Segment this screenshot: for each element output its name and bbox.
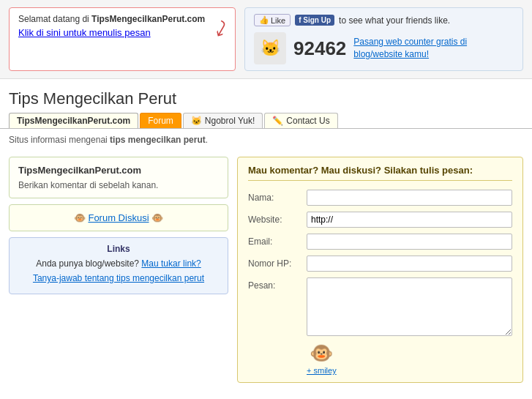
fb-like-button[interactable]: 👍 Like <box>254 14 291 26</box>
info-box-desc: Berikan komentar di sebelah kanan. <box>18 180 219 190</box>
counter-number: 92462 <box>293 37 346 60</box>
counter-cat-icon: 🐱 <box>254 32 286 64</box>
info-box: TipsMengecilkanPerut.com Berikan komenta… <box>9 157 228 198</box>
top-right-box: 👍 Like f Sign Up to see what your friend… <box>244 7 523 71</box>
tab-contact[interactable]: ✏️ Contact Us <box>264 113 337 128</box>
form-row-pesan: Pesan: <box>248 277 512 336</box>
tab-forum-label: Forum <box>148 116 173 126</box>
main-content: TipsMengecilkanPerut.com Berikan komenta… <box>0 152 532 387</box>
forum-link[interactable]: Forum Diskusi <box>88 212 149 223</box>
smiley-link[interactable]: + smiley <box>307 366 337 375</box>
counter-row: 🐱 92462 Pasang web counter gratis di blo… <box>254 32 514 64</box>
smiley-section: 🐵 + smiley <box>248 342 512 375</box>
links-box: Links Anda punya blog/website? Mau tukar… <box>9 237 228 294</box>
welcome-label: Selamat datang di <box>18 14 91 24</box>
label-website: Website: <box>248 215 307 225</box>
info-box-title: TipsMengecilkanPerut.com <box>18 165 219 176</box>
top-banner: Selamat datang di TipsMengecilkanPerut.c… <box>0 0 532 79</box>
tab-contact-label: Contact Us <box>286 116 329 126</box>
top-left-box: Selamat datang di TipsMengecilkanPerut.c… <box>9 7 236 71</box>
form-row-nomorhp: Nomor HP: <box>248 256 512 272</box>
right-panel-title: Mau komentar? Mau diskusi? Silakan tulis… <box>248 165 512 181</box>
forum-link-box: 🐵 Forum Diskusi 🐵 <box>9 204 228 231</box>
page-title: Tips Mengecilkan Perut <box>0 79 532 113</box>
input-nama[interactable] <box>307 190 512 206</box>
label-nomorhp: Nomor HP: <box>248 258 307 269</box>
site-desc-bold: tips mengecilkan perut <box>110 135 206 145</box>
tab-forum[interactable]: Forum <box>140 113 181 128</box>
tab-tipsmengecilkan-label: TipsMengecilkanPerut.com <box>17 116 130 126</box>
label-nama: Nama: <box>248 193 307 203</box>
welcome-text: Selamat datang di TipsMengecilkanPerut.c… <box>18 14 226 24</box>
links-line1: Anda punya blog/website? Mau tukar link? <box>18 258 219 269</box>
tanya-jawab-link[interactable]: Tanya-jawab tentang tips mengecilkan per… <box>33 273 204 283</box>
site-desc: Situs informasi mengenai tips mengecilka… <box>0 132 532 152</box>
fb-signup-button[interactable]: f Sign Up <box>295 15 334 26</box>
form-row-email: Email: <box>248 234 512 250</box>
counter-link[interactable]: Pasang web counter gratis di blog/websit… <box>353 36 471 61</box>
nav-tabs: TipsMengecilkanPerut.com Forum 🐱 Ngobrol… <box>0 113 532 129</box>
contact-icon: ✏️ <box>272 116 283 126</box>
textarea-pesan[interactable] <box>307 277 512 336</box>
input-website[interactable] <box>307 212 512 228</box>
right-panel: Mau komentar? Mau diskusi? Silakan tulis… <box>237 157 523 383</box>
tab-ngobrol-label: Ngobrol Yuk! <box>205 116 255 126</box>
tukar-link[interactable]: Mau tukar link? <box>141 258 201 269</box>
label-email: Email: <box>248 236 307 247</box>
ngobrol-icon: 🐱 <box>191 116 202 126</box>
tab-ngobrol[interactable]: 🐱 Ngobrol Yuk! <box>183 113 263 128</box>
tab-tipsmengecilkan[interactable]: TipsMengecilkanPerut.com <box>9 113 138 128</box>
site-name-bold: TipsMengecilkanPerut.com <box>91 14 205 24</box>
form-row-website: Website: <box>248 212 512 228</box>
links-box-title: Links <box>18 244 219 254</box>
fb-desc: to see what your friends like. <box>339 15 450 26</box>
click-link[interactable]: Klik di sini untuk menulis pesan <box>18 27 151 38</box>
forum-icon-left: 🐵 <box>74 212 89 223</box>
form-row-nama: Nama: <box>248 190 512 206</box>
fb-like-row: 👍 Like f Sign Up to see what your friend… <box>254 14 514 26</box>
input-nomorhp[interactable] <box>307 256 512 272</box>
label-pesan: Pesan: <box>248 277 307 291</box>
links-line2: Tanya-jawab tentang tips mengecilkan per… <box>18 273 219 283</box>
input-email[interactable] <box>307 234 512 250</box>
left-panel: TipsMengecilkanPerut.com Berikan komenta… <box>9 157 228 383</box>
forum-icon-right: 🐵 <box>151 212 163 223</box>
smiley-icon[interactable]: 🐵 <box>310 342 333 365</box>
